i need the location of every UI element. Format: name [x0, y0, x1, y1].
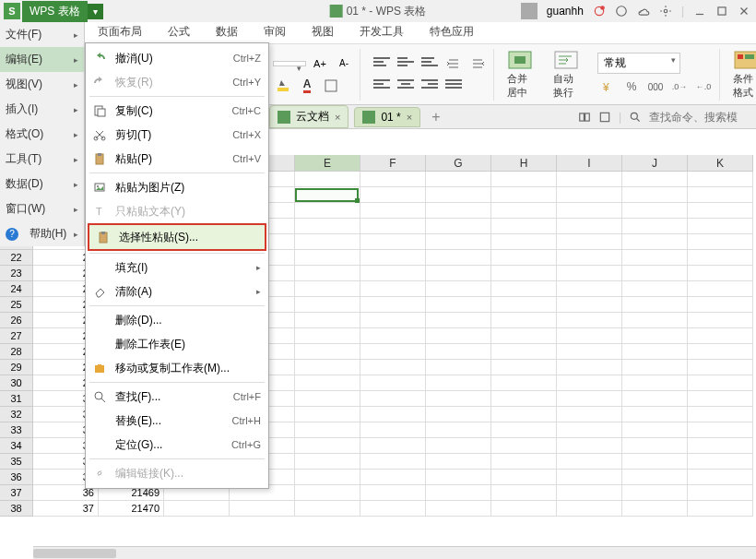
- cell[interactable]: [295, 266, 360, 281]
- cell[interactable]: [360, 328, 426, 344]
- submenu-item[interactable]: 剪切(T)Ctrl+X: [86, 123, 268, 147]
- comma-button[interactable]: 000: [645, 77, 666, 96]
- ribbon-tab[interactable]: 页面布局: [98, 24, 142, 43]
- cell[interactable]: [426, 250, 491, 266]
- row-header[interactable]: 33: [0, 422, 33, 438]
- cell[interactable]: [295, 360, 360, 375]
- cell[interactable]: [622, 360, 688, 375]
- submenu-item[interactable]: 撤消(U)Ctrl+Z: [86, 46, 268, 70]
- cell[interactable]: [622, 313, 688, 328]
- cell[interactable]: [688, 375, 753, 391]
- wrap-text-button[interactable]: 自动换行: [546, 46, 586, 103]
- cell[interactable]: [491, 501, 557, 517]
- cell[interactable]: [360, 203, 426, 219]
- cell[interactable]: [295, 297, 360, 313]
- cell[interactable]: [426, 391, 491, 407]
- scroll-thumb[interactable]: [33, 549, 116, 558]
- column-header[interactable]: J: [622, 155, 688, 172]
- cell[interactable]: [360, 313, 426, 328]
- cell[interactable]: [360, 344, 426, 360]
- ribbon-tab[interactable]: 审阅: [264, 24, 286, 43]
- user-name[interactable]: guanhh: [547, 5, 584, 18]
- column-header[interactable]: F: [360, 155, 426, 172]
- row-header[interactable]: 36: [0, 470, 33, 485]
- cell[interactable]: [622, 297, 688, 313]
- cell[interactable]: [360, 485, 426, 501]
- row-header[interactable]: 22: [0, 250, 33, 266]
- cell[interactable]: [622, 266, 688, 281]
- cell[interactable]: [491, 187, 557, 203]
- column-header[interactable]: K: [688, 155, 753, 172]
- cell[interactable]: [622, 219, 688, 234]
- submenu-item[interactable]: 选择性粘贴(S)...: [88, 223, 266, 251]
- notification-icon[interactable]: [593, 5, 606, 18]
- cell[interactable]: [557, 234, 622, 250]
- cell[interactable]: [491, 360, 557, 375]
- row-header[interactable]: 26: [0, 313, 33, 328]
- cell[interactable]: [688, 438, 753, 454]
- align-left-button[interactable]: [372, 77, 392, 95]
- cell[interactable]: [622, 470, 688, 485]
- align-bottom-button[interactable]: [419, 54, 440, 73]
- decimal-dec-button[interactable]: ←.0: [693, 77, 714, 96]
- cell[interactable]: [491, 375, 557, 391]
- cell[interactable]: [557, 297, 622, 313]
- cell[interactable]: [360, 438, 426, 454]
- row-header[interactable]: 28: [0, 344, 33, 360]
- cell[interactable]: [622, 250, 688, 266]
- align-right-button[interactable]: [419, 77, 440, 95]
- cell[interactable]: [557, 266, 622, 281]
- cell[interactable]: [557, 219, 622, 234]
- cloud-icon[interactable]: [637, 5, 650, 18]
- cell[interactable]: [688, 407, 753, 422]
- column-header[interactable]: G: [426, 155, 491, 172]
- row-header[interactable]: 31: [0, 391, 33, 407]
- cell[interactable]: [295, 234, 360, 250]
- cell[interactable]: [295, 501, 360, 517]
- cell[interactable]: [557, 187, 622, 203]
- cell[interactable]: [557, 422, 622, 438]
- cell[interactable]: [622, 281, 688, 297]
- cell[interactable]: [164, 501, 230, 517]
- cell[interactable]: [688, 454, 753, 470]
- cell[interactable]: [622, 187, 688, 203]
- font-color-button[interactable]: A: [297, 77, 317, 95]
- window-split-icon[interactable]: [578, 111, 591, 124]
- cell[interactable]: [622, 422, 688, 438]
- cell[interactable]: [426, 219, 491, 234]
- cell[interactable]: [426, 422, 491, 438]
- cell[interactable]: [557, 172, 622, 187]
- cell[interactable]: [688, 470, 753, 485]
- submenu-item[interactable]: 清除(A)▸: [86, 280, 268, 303]
- cell[interactable]: [426, 234, 491, 250]
- cell[interactable]: 37: [33, 501, 99, 517]
- cell[interactable]: [622, 344, 688, 360]
- cell[interactable]: [491, 219, 557, 234]
- cell[interactable]: [622, 203, 688, 219]
- column-header[interactable]: I: [557, 155, 622, 172]
- fill-color-button[interactable]: [273, 77, 293, 95]
- cell[interactable]: [557, 250, 622, 266]
- cell[interactable]: [557, 501, 622, 517]
- submenu-item[interactable]: 粘贴(P)Ctrl+V: [86, 147, 268, 171]
- browser-icon[interactable]: [615, 5, 628, 18]
- currency-button[interactable]: ¥: [597, 77, 618, 96]
- settings-icon[interactable]: [659, 5, 672, 18]
- cell[interactable]: [622, 454, 688, 470]
- cell[interactable]: [622, 407, 688, 422]
- justify-button[interactable]: [443, 77, 464, 95]
- cell[interactable]: [426, 360, 491, 375]
- cell[interactable]: [688, 187, 753, 203]
- cell[interactable]: [557, 470, 622, 485]
- submenu-item[interactable]: 删除(D)...: [86, 308, 268, 332]
- cell[interactable]: [426, 297, 491, 313]
- cell[interactable]: [491, 266, 557, 281]
- cell[interactable]: [688, 328, 753, 344]
- percent-button[interactable]: %: [621, 77, 642, 96]
- cell[interactable]: [688, 485, 753, 501]
- cell[interactable]: [295, 250, 360, 266]
- ribbon-tab[interactable]: 公式: [168, 24, 190, 43]
- submenu-item[interactable]: 替换(E)...Ctrl+H: [86, 409, 268, 433]
- cell[interactable]: [426, 344, 491, 360]
- cell[interactable]: [295, 344, 360, 360]
